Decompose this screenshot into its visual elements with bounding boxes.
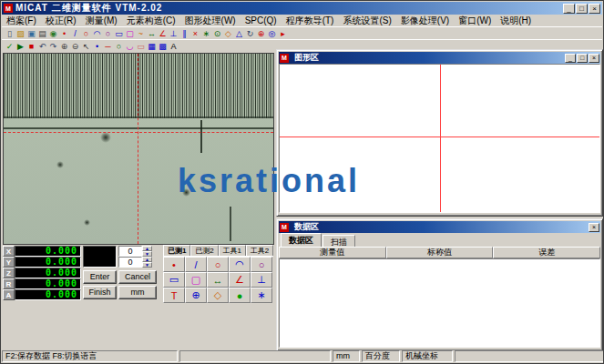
- zoom-out-icon[interactable]: ⊖: [70, 41, 80, 52]
- menu-measure[interactable]: 测量(M): [81, 15, 122, 26]
- confirm-icon[interactable]: ✓: [5, 41, 15, 52]
- menu-help[interactable]: 说明(H): [496, 15, 536, 26]
- redo-icon[interactable]: ↷: [48, 41, 58, 52]
- graphics-close-button[interactable]: ×: [589, 54, 599, 63]
- draw-point-icon[interactable]: •: [92, 41, 102, 52]
- stop-icon[interactable]: ■: [26, 41, 36, 52]
- parallel-icon[interactable]: ∥: [179, 28, 189, 39]
- axis-label: Y: [3, 257, 15, 268]
- tool-point[interactable]: •: [163, 257, 185, 272]
- maximize-button[interactable]: □: [576, 4, 588, 14]
- spinner-down-icon[interactable]: ▼: [142, 262, 152, 268]
- new-file-icon[interactable]: ▯: [5, 28, 15, 39]
- menu-file[interactable]: 档案(F): [2, 15, 41, 26]
- tool-circle[interactable]: ○: [207, 257, 229, 272]
- tool-perpendicular[interactable]: ⊥: [251, 272, 272, 288]
- menu-image-process[interactable]: 影像处理(V): [396, 15, 454, 26]
- rotate-icon[interactable]: ↻: [245, 28, 255, 39]
- spinner-value[interactable]: 0: [118, 257, 142, 268]
- construct-circle-icon[interactable]: ⊙: [212, 28, 222, 39]
- marker-icon[interactable]: ▸: [278, 28, 288, 39]
- tool-angle[interactable]: ∠: [229, 272, 251, 288]
- menu-graphics-process[interactable]: 图形处理(W): [180, 15, 241, 26]
- open-folder-icon[interactable]: ▨: [15, 28, 26, 39]
- eraser-icon[interactable]: ▭: [136, 41, 146, 52]
- rectangle-measure-icon[interactable]: ▭: [114, 28, 124, 39]
- graphics-window-title-bar[interactable]: M 图形区 _ □ ×: [279, 52, 600, 64]
- tab-scan[interactable]: 扫描: [322, 235, 355, 247]
- target-icon[interactable]: ◎: [267, 28, 277, 39]
- spinner-value[interactable]: 0: [118, 246, 142, 257]
- circle-measure-icon[interactable]: ○: [81, 28, 91, 39]
- data-window-title-bar[interactable]: M 数据区 ×: [279, 221, 600, 233]
- menu-window[interactable]: 窗口(W): [454, 15, 496, 26]
- grid-icon[interactable]: ▩: [158, 41, 168, 52]
- tab-data-area[interactable]: 数据区: [281, 233, 322, 247]
- intersection-icon[interactable]: ×: [190, 28, 200, 39]
- col-nominal-value[interactable]: 标称值: [386, 247, 494, 258]
- status-hint: F2:保存数据 F8:切换语言: [2, 350, 178, 362]
- minimize-button[interactable]: _: [563, 4, 575, 14]
- tool-rectangle[interactable]: ▭: [163, 272, 185, 288]
- tool-target[interactable]: ⊕: [185, 288, 207, 303]
- enter-button[interactable]: Enter: [83, 270, 117, 284]
- graphics-minimize-button[interactable]: _: [565, 54, 576, 63]
- midpoint-icon[interactable]: ∗: [201, 28, 211, 39]
- arc-measure-icon[interactable]: ◠: [92, 28, 102, 39]
- finish-button[interactable]: Finish: [83, 286, 117, 299]
- symmetry-icon[interactable]: ◇: [223, 28, 233, 39]
- select-arrow-icon[interactable]: ↖: [81, 41, 91, 52]
- camera-icon[interactable]: ◉: [48, 28, 58, 39]
- title-bar[interactable]: M MICAT 二维测量软件 VTM-2.02 _ □ ×: [2, 2, 602, 15]
- camera-live-view[interactable]: [3, 53, 274, 245]
- menu-spc[interactable]: SPC(Q): [241, 15, 282, 26]
- menu-element-construct[interactable]: 元素构造(C): [122, 15, 180, 26]
- tool-slot[interactable]: ▢: [185, 272, 207, 288]
- tool-arc[interactable]: ◠: [229, 257, 251, 272]
- undo-icon[interactable]: ↶: [37, 41, 47, 52]
- line-measure-icon[interactable]: /: [70, 28, 80, 39]
- coordinate-system-icon[interactable]: ⊕: [256, 28, 266, 39]
- text-annotation-icon[interactable]: A: [169, 41, 179, 52]
- tab-measured-1[interactable]: 已测1: [163, 245, 190, 256]
- col-error[interactable]: 误差: [493, 247, 600, 258]
- play-icon[interactable]: ▶: [15, 41, 26, 52]
- zoom-in-icon[interactable]: ⊕: [59, 41, 69, 52]
- point-measure-icon[interactable]: •: [59, 28, 69, 39]
- tool-diamond[interactable]: ◇: [207, 288, 229, 303]
- tab-tools-1[interactable]: 工具1: [219, 245, 246, 256]
- tool-tee[interactable]: T: [163, 288, 185, 303]
- data-close-button[interactable]: ×: [589, 223, 599, 232]
- slot-measure-icon[interactable]: ▢: [125, 28, 135, 39]
- axis-value: 0.000: [15, 257, 81, 268]
- ellipse-measure-icon[interactable]: ○: [103, 28, 113, 39]
- draw-circle-icon[interactable]: ○: [114, 41, 124, 52]
- close-button[interactable]: ×: [589, 4, 600, 14]
- menu-calibration[interactable]: 校正(R): [41, 15, 81, 26]
- tool-distance[interactable]: ↔: [207, 272, 229, 288]
- unit-button[interactable]: mm: [118, 286, 157, 299]
- curve-measure-icon[interactable]: ~: [136, 28, 146, 39]
- cancel-button[interactable]: Cancel: [118, 270, 157, 284]
- save-icon[interactable]: ▣: [26, 28, 36, 39]
- tab-tools-2[interactable]: 工具2: [246, 245, 273, 256]
- col-measured-value[interactable]: 测量值: [279, 247, 386, 258]
- print-icon[interactable]: ▤: [37, 28, 47, 39]
- tab-measured-2[interactable]: 已测2: [190, 245, 218, 256]
- menu-program-teach[interactable]: 程序教导(T): [282, 15, 339, 26]
- distance-measure-icon[interactable]: ↔: [147, 28, 157, 39]
- draw-arc-icon[interactable]: ◡: [125, 41, 135, 52]
- menu-bar: 档案(F)校正(R)测量(M)元素构造(C)图形处理(W)SPC(Q)程序教导(…: [2, 15, 602, 26]
- tool-line[interactable]: /: [185, 257, 207, 272]
- tool-green-ring[interactable]: ●: [229, 288, 251, 303]
- draw-line-icon[interactable]: ─: [103, 41, 113, 52]
- tool-ellipse[interactable]: ○: [251, 257, 272, 272]
- table-icon[interactable]: ▦: [147, 41, 157, 52]
- perpendicular-icon[interactable]: ⊥: [169, 28, 179, 39]
- menu-system-settings[interactable]: 系统设置(S): [338, 15, 395, 26]
- triangle-icon[interactable]: △: [234, 28, 244, 39]
- graphics-canvas[interactable]: [279, 64, 600, 213]
- graphics-maximize-button[interactable]: □: [577, 54, 588, 63]
- angle-measure-icon[interactable]: ∠: [158, 28, 168, 39]
- tool-star[interactable]: ∗: [251, 288, 272, 303]
